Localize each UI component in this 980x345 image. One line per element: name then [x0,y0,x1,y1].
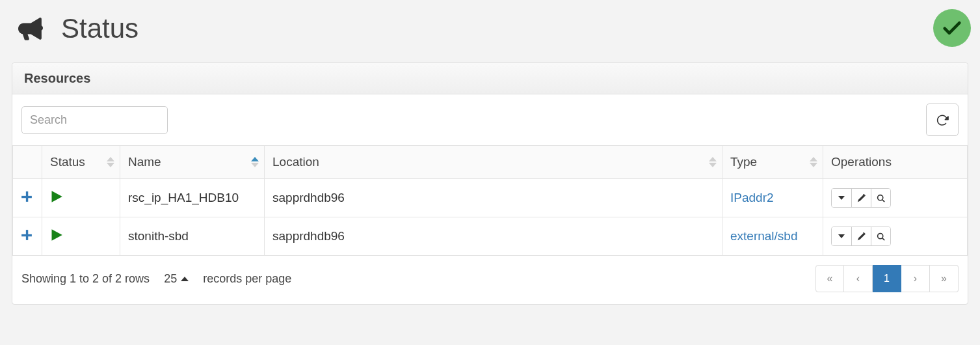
ops-edit-button[interactable] [851,227,871,245]
row-summary: Showing 1 to 2 of 2 rows [21,272,150,286]
cell-location: sapprdhdb96 [265,179,722,217]
sort-icon [107,157,114,167]
svg-marker-3 [838,196,845,200]
table-row: stonith-sbd sapprdhdb96 external/sbd [13,217,968,256]
resources-panel: Resources Status Name Location [12,62,968,305]
running-icon [50,192,63,206]
page-size-selector[interactable]: 25 [164,272,189,286]
svg-marker-8 [52,229,62,241]
type-link[interactable]: external/sbd [730,229,798,243]
page-next[interactable]: › [901,265,930,292]
sort-icon [251,157,259,167]
sort-icon [709,157,717,167]
bullhorn-icon [18,16,43,41]
col-expand [13,146,42,179]
caret-up-icon [181,277,189,281]
col-name-label: Name [128,155,161,169]
expand-row-button[interactable] [21,189,33,206]
page-first[interactable]: « [815,265,844,292]
ops-group [831,188,891,208]
cell-name: rsc_ip_HA1_HDB10 [120,179,265,217]
col-operations-label: Operations [831,155,892,169]
page-current[interactable]: 1 [873,265,901,292]
search-input[interactable] [21,106,168,134]
ops-view-button[interactable] [871,227,890,245]
col-location[interactable]: Location [265,146,722,179]
svg-line-11 [882,238,884,240]
ops-view-button[interactable] [871,189,890,207]
svg-rect-1 [21,196,32,198]
col-operations: Operations [823,146,968,179]
ops-edit-button[interactable] [851,189,871,207]
svg-marker-2 [52,191,62,202]
table-row: rsc_ip_HA1_HDB10 sapprdhdb96 IPaddr2 [13,179,968,217]
svg-rect-7 [21,234,32,236]
sort-icon [810,157,817,167]
per-page-label: records per page [203,272,291,286]
pagination: « ‹ 1 › » [815,265,959,292]
col-type[interactable]: Type [722,146,823,179]
col-location-label: Location [272,155,319,169]
page-title: Status [61,13,139,44]
svg-point-4 [878,195,883,200]
panel-title: Resources [12,63,968,94]
running-icon [50,230,63,244]
col-name[interactable]: Name [120,146,265,179]
resources-table: Status Name Location Type Operations [12,145,968,256]
svg-point-10 [878,233,883,238]
page-prev[interactable]: ‹ [844,265,873,292]
page-size-value: 25 [164,272,177,286]
table-header-row: Status Name Location Type Operations [13,146,968,179]
col-status[interactable]: Status [42,146,120,179]
ops-menu-button[interactable] [832,227,851,245]
status-ok-badge [933,9,971,47]
refresh-button[interactable] [926,104,959,136]
col-type-label: Type [730,155,757,169]
svg-line-5 [882,199,884,201]
svg-marker-9 [838,234,845,238]
cell-location: sapprdhdb96 [265,217,722,256]
col-status-label: Status [50,155,85,169]
type-link[interactable]: IPaddr2 [730,191,774,204]
page-last[interactable]: » [930,265,959,292]
cell-name: stonith-sbd [120,217,265,256]
expand-row-button[interactable] [21,228,33,244]
ops-menu-button[interactable] [832,189,851,207]
ops-group [831,227,891,246]
